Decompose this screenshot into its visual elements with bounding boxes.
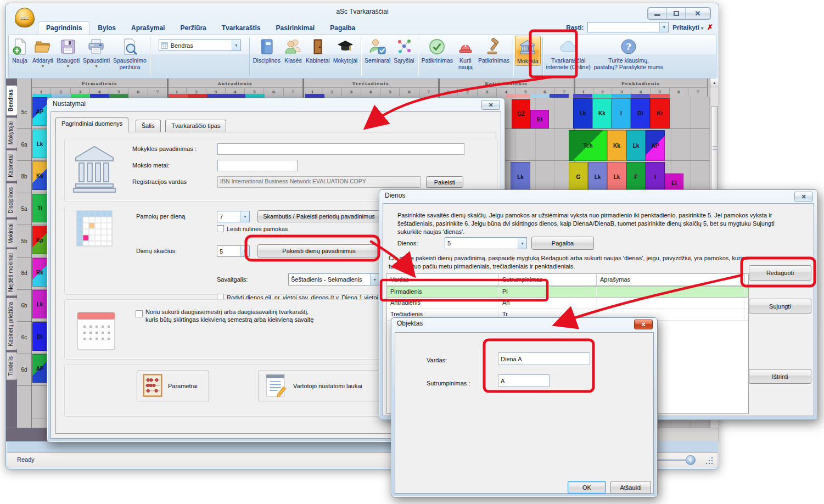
app-logo-bell-icon[interactable]: aSc <box>14 5 36 29</box>
name-input[interactable] <box>498 352 590 365</box>
tab-salis[interactable]: Šalis <box>136 120 161 132</box>
close-icon[interactable]: ✕ <box>634 320 653 329</box>
view-tab-disciplinos[interactable]: Disciplinos <box>6 183 17 218</box>
bell-periods-button[interactable]: Skambutis / Pakeisti periodų pavadinimus <box>257 210 380 222</box>
menu-tab-bylos[interactable]: Bylos <box>90 22 124 35</box>
apply-button[interactable]: Pritaikyti ▾ <box>672 24 703 31</box>
atidaryti-button[interactable]: Atidaryti▼ <box>31 36 55 69</box>
seminarai-button[interactable]: Seminarai <box>363 36 392 65</box>
chevron-down-icon[interactable]: ▼ <box>66 64 70 68</box>
view-tab-tinklelis[interactable]: Tinklelis <box>6 352 17 380</box>
parameters-button[interactable]: Parametrai <box>137 371 209 401</box>
view-tab-bendras[interactable]: Bendras <box>6 85 17 116</box>
lesson-cell[interactable]: Dl <box>32 322 47 351</box>
weekend-select[interactable]: Šeštadienis - Sekmadienis ▾ <box>288 273 379 285</box>
menu-tab-aprasymai[interactable]: Aprašymai <box>124 22 172 35</box>
delete-button[interactable]: Ištrinti <box>749 369 811 384</box>
custom-fields-button[interactable]: Vartotojo nustatomi laukai <box>259 371 391 401</box>
lesson-cell[interactable]: Kk <box>607 130 626 161</box>
lesson-cell[interactable]: Dl <box>631 98 650 128</box>
mokykla-button[interactable]: Mokykla <box>515 36 541 66</box>
patikrinimas-button[interactable]: Patikrinimas <box>420 36 455 65</box>
lesson-cell[interactable]: Tch <box>569 130 607 161</box>
nauja-button[interactable]: Nauja <box>9 36 31 65</box>
school-year-input[interactable] <box>217 160 298 171</box>
help-button[interactable]: Pagalba <box>531 237 594 250</box>
lesson-cell[interactable]: AP <box>646 130 665 161</box>
days-count-select[interactable]: 5 ▾ <box>445 237 527 249</box>
kabinetai-button[interactable]: Kabinetai <box>304 36 332 65</box>
chevron-down-icon[interactable]: ▾ <box>370 274 379 285</box>
close-icon[interactable]: ✕ <box>481 100 500 110</box>
multiweek-checkbox[interactable] <box>136 310 143 317</box>
tab-pagrindiniai-duomenys[interactable]: Pagrindiniai duomenys <box>55 117 128 132</box>
disciplinos-button[interactable]: Disciplinos <box>251 36 282 65</box>
lessons-per-day-select[interactable]: 7 ▾ <box>217 211 250 222</box>
lesson-cell[interactable]: G <box>569 162 588 192</box>
view-tab-mokytojai[interactable]: Mokytojai <box>6 117 17 149</box>
lesson-cell[interactable]: AP <box>32 97 47 126</box>
lesson-cell[interactable]: Rk <box>32 258 47 287</box>
chevron-down-icon[interactable]: ▾ <box>232 40 240 51</box>
lesson-cell[interactable]: Lk <box>573 98 592 128</box>
view-tab-kabinetu-prieziura[interactable]: Kabinetų priežiūra <box>6 298 17 351</box>
mokytojai-button[interactable]: Mokytojai <box>332 36 359 65</box>
column-header-sutrumpinimas[interactable]: Sutrumpinimas <box>499 274 597 285</box>
abbreviation-input[interactable] <box>498 374 550 387</box>
menu-tab-pagrindinis[interactable]: Pagrindinis <box>38 21 90 35</box>
spausdinimo-perziura-button[interactable]: Spausdinimo peržiūra <box>111 36 148 71</box>
view-tab-mokiniai[interactable]: Mokiniai <box>6 219 17 248</box>
issaugoti-button[interactable]: Išsaugoti▼ <box>55 36 81 69</box>
column-header-vardas[interactable]: Vardas <box>387 274 499 285</box>
edit-button[interactable]: Redaguoti <box>749 265 811 281</box>
resize-grip[interactable] <box>705 457 713 464</box>
sarysiai-button[interactable]: Sąryšiai <box>392 36 416 65</box>
find-input[interactable]: ▾ <box>587 22 669 32</box>
ok-button[interactable]: OK <box>568 481 606 494</box>
lesson-cell[interactable]: Lk <box>607 162 626 192</box>
chevron-down-icon[interactable]: ▾ <box>240 246 249 256</box>
lesson-cell[interactable]: Lk <box>626 130 646 161</box>
tab-tvarkarascio-tipas[interactable]: Tvarkaraščio tipas <box>165 120 226 132</box>
column-header-aprasymas[interactable]: Aprašymas <box>597 274 745 285</box>
view-tab-neideti-mokiniai[interactable]: Neįdėti mokiniai <box>6 249 17 296</box>
lesson-cell[interactable]: AP <box>32 354 47 383</box>
zoom-in-icon[interactable]: + <box>686 455 696 465</box>
lesson-cell[interactable]: Kp <box>32 226 47 254</box>
lesson-cell[interactable]: Lk <box>32 130 47 158</box>
change-registration-button[interactable]: Pakeisti <box>426 176 463 188</box>
chevron-down-icon[interactable]: ▾ <box>240 211 249 222</box>
lesson-cell[interactable]: I <box>646 162 665 192</box>
view-select[interactable]: Bendras▾ <box>159 40 241 51</box>
lesson-cell[interactable]: Ti <box>32 194 47 222</box>
minimize-button[interactable] <box>648 8 667 19</box>
close-icon[interactable]: ✕ <box>794 192 813 201</box>
chevron-down-icon[interactable]: ▾ <box>518 238 526 249</box>
lesson-cell[interactable]: GŽ <box>512 99 530 128</box>
lesson-cell[interactable]: F <box>626 162 646 192</box>
rename-days-button[interactable]: Pakeisti dienų pavadinimus <box>257 244 380 257</box>
patikrinimas-2-button[interactable]: Patikrinimas <box>477 36 511 65</box>
chevron-down-icon[interactable]: ▼ <box>94 64 98 68</box>
chevron-down-icon[interactable]: ▼ <box>41 64 45 68</box>
lesson-cell[interactable]: Kk <box>32 161 47 190</box>
menu-tab-pasirinkimai[interactable]: Pasirinkimai <box>268 22 322 35</box>
lesson-cell[interactable]: Kk <box>592 98 612 128</box>
maximize-button[interactable] <box>667 8 686 19</box>
title-bar[interactable]: aSc Tvarkaraščiai <box>6 3 719 20</box>
spausdinti-button[interactable]: Spausdinti▼ <box>81 36 111 69</box>
lesson-cell[interactable]: Lk <box>588 162 607 192</box>
tvarkarasciai-internete-button[interactable]: Tvarkaraščiai internete (Online) <box>545 36 592 71</box>
school-name-input[interactable] <box>217 143 464 155</box>
view-tab-kabinetai[interactable]: Kabinetai <box>6 150 17 182</box>
lesson-cell[interactable]: Lk <box>511 162 530 192</box>
menu-tab-tvarkarastis[interactable]: Tvarkaraštis <box>214 22 268 35</box>
chevron-down-icon[interactable]: ▾ <box>659 23 668 32</box>
cancel-button[interactable]: Atšaukti <box>610 481 651 494</box>
close-button[interactable]: ✕ <box>686 8 710 19</box>
scroll-up-icon[interactable]: ▲ <box>710 79 719 87</box>
table-row-pirmadienis[interactable]: PirmadienisPi <box>387 286 748 298</box>
menu-tab-perziura[interactable]: Peržiūra <box>172 22 214 35</box>
klausimai-button[interactable]: ?Turite klausimų, pastabų? Parašykite mu… <box>592 36 665 71</box>
lesson-cell[interactable]: I <box>612 98 631 128</box>
